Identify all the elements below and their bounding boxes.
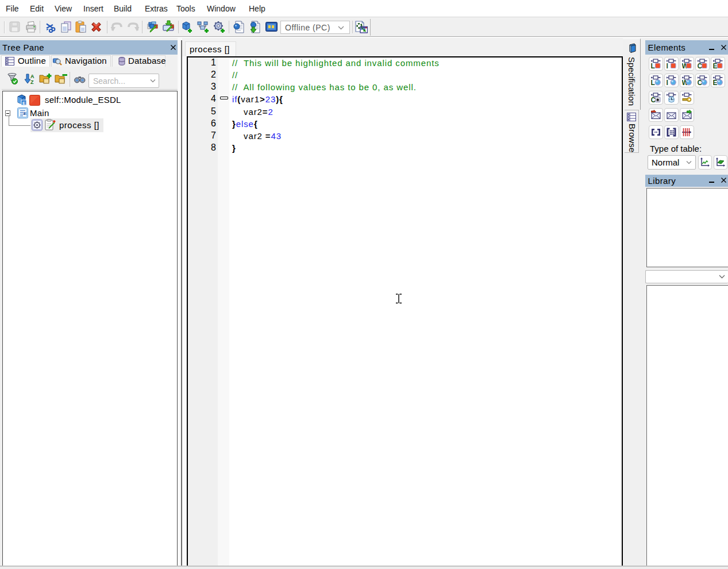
svg-text:L: L <box>651 79 655 86</box>
svg-text:I: I <box>667 62 668 69</box>
svg-text:E: E <box>22 101 26 106</box>
svg-text:E: E <box>24 111 27 116</box>
svg-text:A: A <box>30 74 34 79</box>
svg-text:E: E <box>713 62 718 69</box>
svg-text:E: E <box>713 79 718 86</box>
svg-text:I: I <box>667 79 668 86</box>
svg-text:L: L <box>651 62 655 69</box>
svg-text:Z: Z <box>30 79 34 85</box>
